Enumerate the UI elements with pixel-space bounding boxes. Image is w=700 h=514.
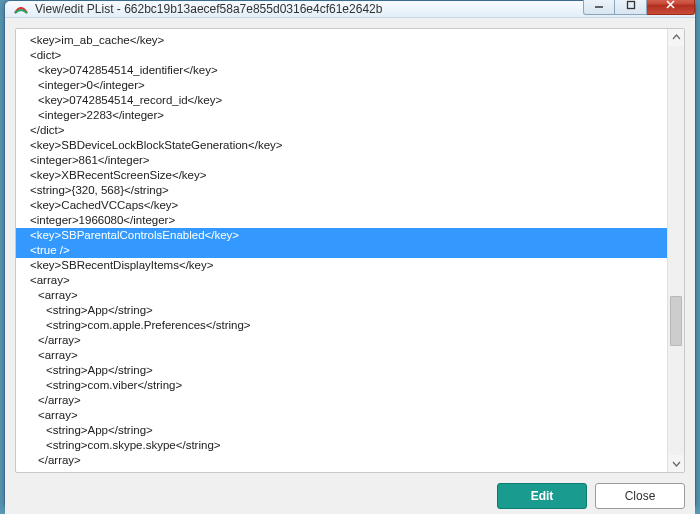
scroll-down-button[interactable] (668, 455, 684, 472)
plist-line[interactable]: <integer>1966080</integer> (16, 213, 684, 228)
plist-text-panel: <key>im_ab_cache</key><dict><key>0742854… (15, 28, 685, 473)
window-controls (583, 0, 695, 15)
plist-line[interactable]: </array> (16, 453, 684, 468)
plist-content[interactable]: <key>im_ab_cache</key><dict><key>0742854… (16, 29, 684, 472)
plist-line[interactable]: <key>CachedVCCaps</key> (16, 198, 684, 213)
plist-line[interactable]: <string>App</string> (16, 423, 684, 438)
plist-line[interactable]: <array> (16, 273, 684, 288)
plist-line[interactable]: <key>0742854514_record_id</key> (16, 93, 684, 108)
plist-line[interactable]: <dict> (16, 48, 684, 63)
maximize-button[interactable] (615, 0, 647, 15)
scroll-up-button[interactable] (668, 29, 684, 46)
plist-line[interactable]: <string>App</string> (16, 363, 684, 378)
plist-line[interactable]: <integer>2283</integer> (16, 108, 684, 123)
window-close-button[interactable] (647, 0, 695, 15)
app-icon (13, 1, 29, 17)
plist-line[interactable]: <string>com.apple.Preferences</string> (16, 318, 684, 333)
scroll-thumb[interactable] (670, 296, 682, 346)
maximize-icon (626, 0, 636, 10)
plist-line[interactable]: <true /> (16, 243, 684, 258)
plist-line[interactable]: <key>XBRecentScreenSize</key> (16, 168, 684, 183)
dialog-window: View/edit PList - 662bc19b13aecef58a7e85… (4, 0, 696, 510)
close-button[interactable]: Close (595, 483, 685, 509)
plist-line[interactable]: <array> (16, 408, 684, 423)
plist-line[interactable]: <key>SBDeviceLockBlockStateGeneration</k… (16, 138, 684, 153)
svg-rect-1 (627, 1, 634, 8)
plist-line[interactable]: <array> (16, 348, 684, 363)
plist-line[interactable]: <array> (16, 288, 684, 303)
plist-line[interactable]: <key>SBParentalControlsEnabled</key> (16, 228, 684, 243)
vertical-scrollbar[interactable] (667, 29, 684, 472)
plist-line[interactable]: </dict> (16, 123, 684, 138)
dialog-buttons: Edit Close (15, 473, 685, 509)
plist-line[interactable]: </array> (16, 393, 684, 408)
plist-line[interactable]: <key>SBRecentDisplayItems</key> (16, 258, 684, 273)
titlebar[interactable]: View/edit PList - 662bc19b13aecef58a7e85… (5, 1, 695, 18)
scroll-track[interactable] (668, 46, 684, 455)
plist-line[interactable]: <string>{320, 568}</string> (16, 183, 684, 198)
client-area: <key>im_ab_cache</key><dict><key>0742854… (5, 18, 695, 514)
plist-line[interactable]: <key>0742854514_identifier</key> (16, 63, 684, 78)
chevron-up-icon (672, 33, 681, 42)
plist-line[interactable]: <key>im_ab_cache</key> (16, 33, 684, 48)
plist-line[interactable]: <integer>0</integer> (16, 78, 684, 93)
plist-line[interactable]: <integer>861</integer> (16, 153, 684, 168)
plist-line[interactable]: <string>com.skype.skype</string> (16, 438, 684, 453)
chevron-down-icon (672, 459, 681, 468)
minimize-icon (594, 0, 604, 10)
edit-button[interactable]: Edit (497, 483, 587, 509)
minimize-button[interactable] (583, 0, 615, 15)
close-icon (665, 0, 676, 10)
window-title: View/edit PList - 662bc19b13aecef58a7e85… (35, 2, 583, 16)
plist-line[interactable]: </array> (16, 333, 684, 348)
plist-line[interactable]: <string>App</string> (16, 303, 684, 318)
plist-line[interactable]: <string>com.viber</string> (16, 378, 684, 393)
